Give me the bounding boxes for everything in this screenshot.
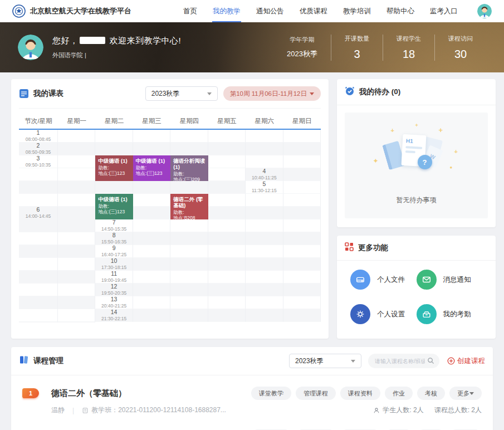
schedule-cell bbox=[246, 207, 283, 219]
right-column: 我的待办 (0) W H1 ? ✦ + bbox=[337, 79, 496, 339]
schedule-cell bbox=[246, 194, 283, 207]
schedule-cell bbox=[246, 296, 283, 309]
schedule-cell bbox=[58, 181, 95, 194]
schedule-cell bbox=[19, 168, 58, 181]
plus-circle-icon bbox=[447, 357, 455, 365]
create-course-button[interactable]: 创建课程 bbox=[447, 356, 485, 366]
course-action-button[interactable]: 更多 bbox=[449, 387, 482, 400]
schedule-cell bbox=[283, 181, 321, 194]
schedule-term-value: 2023秋季 bbox=[151, 89, 207, 99]
nav-item-1[interactable]: 首页 bbox=[183, 1, 198, 22]
header-banner: 您好，欢迎来到教学中心! 外国语学院 | 学年学期2023秋季开课数量3课程学生… bbox=[0, 22, 504, 72]
banner-avatar bbox=[18, 35, 43, 60]
nav-item-5[interactable]: 教学培训 bbox=[342, 1, 371, 22]
schedule-column-header: 星期日 bbox=[283, 113, 321, 130]
course-term-select[interactable]: 2023秋季 bbox=[289, 354, 361, 368]
schedule-cell bbox=[133, 219, 170, 232]
question-badge-icon: ? bbox=[418, 155, 432, 169]
schedule-cell bbox=[95, 143, 133, 155]
brand: 北京航空航天大学在线教学平台 bbox=[12, 4, 131, 18]
top-navbar: 北京航空航天大学在线教学平台 首页我的教学通知公告优质课程教学培训帮助中心监考入… bbox=[0, 0, 504, 22]
course-action-button[interactable]: 作业 bbox=[385, 387, 413, 400]
main-content: 我的课表 2023秋季 第10周 11月06日-11月12日 节次/星期星期一星… bbox=[0, 72, 504, 339]
course-student-count: 学生人数: 2人 bbox=[383, 405, 423, 415]
schedule-cell bbox=[19, 284, 58, 296]
alarm-check-icon bbox=[345, 86, 355, 98]
schedule-cell bbox=[246, 130, 283, 143]
course-action-button[interactable]: 课堂教学 bbox=[251, 387, 291, 400]
course-action-button[interactable]: 管理课程 bbox=[296, 387, 336, 400]
schedule-slot-label: 511:30-12:15 bbox=[246, 181, 283, 194]
schedule-cell bbox=[19, 232, 58, 245]
schedule-cell bbox=[283, 143, 321, 155]
schedule-cell bbox=[19, 258, 58, 271]
course-total-count: 课程总人数: 2人 bbox=[434, 405, 482, 415]
schedule-cell bbox=[19, 245, 58, 258]
schedule-cell bbox=[58, 143, 95, 155]
schedule-cell bbox=[208, 296, 246, 309]
schedule-cell bbox=[58, 168, 95, 181]
schedule-cell bbox=[283, 232, 321, 245]
function-mail[interactable]: 消息通知 bbox=[417, 270, 483, 290]
site-title: 北京航空航天大学在线教学平台 bbox=[30, 6, 131, 16]
nav-item-7[interactable]: 监考入口 bbox=[429, 1, 458, 22]
nav-item-4[interactable]: 优质课程 bbox=[299, 1, 328, 22]
schedule-cell bbox=[208, 181, 246, 194]
schedule-cell bbox=[58, 309, 95, 322]
stat-2: 开课数量3 bbox=[331, 35, 383, 61]
stat-value: 2023秋季 bbox=[287, 49, 317, 59]
university-logo-icon bbox=[12, 4, 26, 18]
schedule-slot-label: 208:50-09:35 bbox=[19, 143, 58, 155]
schedule-cell bbox=[58, 258, 95, 271]
schedule-cell bbox=[58, 130, 95, 143]
course-block[interactable]: 德语分析阅读 (1)助教:地点:(三)209 bbox=[170, 155, 208, 181]
nav-item-3[interactable]: 通知公告 bbox=[256, 1, 285, 22]
schedule-cell bbox=[208, 155, 246, 168]
function-box[interactable]: 我的考勤 bbox=[417, 304, 483, 324]
schedule-cell bbox=[133, 207, 170, 219]
course-search bbox=[368, 354, 439, 368]
schedule-cell bbox=[208, 232, 246, 245]
schedule-cell bbox=[246, 232, 283, 245]
schedule-cell bbox=[246, 143, 283, 155]
course-title[interactable]: 德语二外（零基础） bbox=[51, 388, 126, 399]
nav-item-2[interactable]: 我的教学 bbox=[212, 1, 241, 22]
week-selector[interactable]: 第10周 11月06日-11月12日 bbox=[223, 86, 321, 101]
drive-icon bbox=[350, 270, 370, 290]
stat-label: 学年学期 bbox=[287, 36, 317, 44]
schedule-term-select[interactable]: 2023秋季 bbox=[145, 86, 218, 101]
books-icon bbox=[19, 355, 29, 367]
schedule-cell bbox=[58, 322, 95, 322]
schedule-cell bbox=[19, 219, 58, 232]
chevron-down-icon bbox=[207, 92, 212, 97]
schedule-slot-label: 1219:50-20:35 bbox=[95, 284, 133, 296]
schedule-cell bbox=[133, 296, 170, 309]
schedule-cell bbox=[19, 271, 58, 284]
banner-stats: 学年学期2023秋季开课数量3课程学生18课程访问30 bbox=[273, 35, 486, 61]
course-action-button[interactable]: 考核 bbox=[417, 387, 445, 400]
function-gear[interactable]: 个人设置 bbox=[350, 304, 417, 324]
stat-3: 课程学生18 bbox=[383, 35, 434, 61]
function-drive[interactable]: 个人文件 bbox=[350, 270, 417, 290]
course-block[interactable]: 中级德语 (1)助教:地点:(三)123 bbox=[95, 155, 133, 181]
person-icon bbox=[373, 407, 380, 414]
course-block[interactable]: 中级德语 (1)助教:地点:(三)123 bbox=[95, 194, 133, 219]
create-course-label: 创建课程 bbox=[457, 356, 485, 366]
search-icon[interactable] bbox=[427, 357, 434, 364]
chevron-down-icon bbox=[469, 392, 474, 397]
stat-label: 课程学生 bbox=[397, 35, 421, 43]
course-management-card: 课程管理 2023秋季 创建课程 1德语二外（零基础）课堂教学管理课程课程资料作… bbox=[11, 347, 493, 430]
schedule-cell bbox=[283, 155, 321, 168]
course-action-button[interactable]: 课程资料 bbox=[340, 387, 380, 400]
schedule-cell bbox=[208, 207, 246, 219]
nav-item-6[interactable]: 帮助中心 bbox=[386, 1, 415, 22]
schedule-cell bbox=[19, 296, 58, 309]
schedule-grid: 节次/星期星期一星期二星期三星期四星期五星期六星期日108:00-08:4520… bbox=[19, 113, 321, 322]
schedule-cell bbox=[95, 181, 133, 194]
user-avatar[interactable] bbox=[477, 4, 492, 18]
course-block[interactable]: 中级德语 (1)助教:地点:(三)123 bbox=[133, 155, 170, 181]
course-block[interactable]: 德语二外 (零基础)助教:地点:B208 bbox=[170, 194, 208, 219]
schedule-cell bbox=[246, 155, 283, 168]
course-row: 1德语二外（零基础）课堂教学管理课程课程资料作业考核更多温静|教学班：20221… bbox=[22, 387, 482, 415]
course-index-badge: 1 bbox=[22, 388, 39, 398]
